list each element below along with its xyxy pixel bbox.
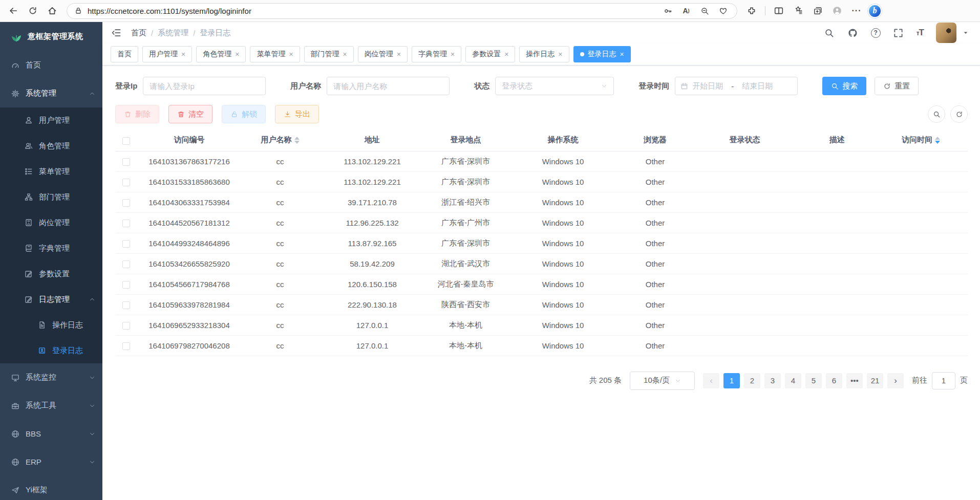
page-button-21[interactable]: 21 (867, 373, 883, 388)
login-ip-input[interactable] (143, 77, 266, 95)
sidebar-item-system-tools[interactable]: 系统工具 (0, 392, 102, 420)
clear-button[interactable]: 清空 (168, 105, 212, 123)
sidebar-item-erp[interactable]: ERP (0, 448, 102, 476)
tab-操作日志[interactable]: 操作日志× (519, 46, 569, 62)
close-tab-icon[interactable]: × (558, 51, 562, 58)
tab-角色管理[interactable]: 角色管理× (196, 46, 246, 62)
page-button-4[interactable]: 4 (785, 373, 801, 388)
table-row[interactable]: 1641044993248464896cc113.87.92.165广东省-深圳… (115, 233, 968, 253)
breadcrumb-home[interactable]: 首页 (131, 28, 146, 38)
help-icon[interactable]: ? (871, 28, 881, 38)
tab-首页[interactable]: 首页 (111, 46, 138, 62)
avatar-caret-icon[interactable] (963, 30, 969, 36)
sidebar-item-login-log[interactable]: 登录日志 (0, 338, 102, 363)
url-text[interactable]: https://ccnetcore.com:1101/system/log/lo… (88, 7, 656, 15)
home-icon[interactable] (44, 3, 60, 19)
tab-菜单管理[interactable]: 菜单管理× (250, 46, 300, 62)
close-tab-icon[interactable]: × (620, 51, 624, 58)
select-all-checkbox[interactable] (122, 137, 130, 145)
split-screen-icon[interactable] (771, 3, 787, 19)
export-button[interactable]: 导出 (275, 105, 319, 123)
row-checkbox[interactable] (122, 240, 130, 248)
close-tab-icon[interactable]: × (289, 51, 293, 58)
table-row[interactable]: 1641069652933218304cc127.0.0.1本地-本机Windo… (115, 315, 968, 335)
close-tab-icon[interactable]: × (397, 51, 401, 58)
tab-岗位管理[interactable]: 岗位管理× (358, 46, 408, 62)
sidebar-item-dict-management[interactable]: 字典管理 (0, 235, 102, 261)
row-checkbox[interactable] (122, 342, 130, 350)
page-button-3[interactable]: 3 (764, 373, 781, 388)
table-row[interactable]: 1641054566717984768cc120.6.150.158河北省-秦皇… (115, 274, 968, 294)
reset-button[interactable]: 重置 (875, 77, 919, 95)
sidebar-item-role-management[interactable]: 角色管理 (0, 133, 102, 159)
delete-button[interactable]: 删除 (115, 105, 159, 123)
search-button[interactable]: 搜索 (822, 77, 866, 95)
table-row[interactable]: 1641031533185863680cc113.102.129.221广东省-… (115, 171, 968, 192)
end-date-placeholder[interactable]: 结束日期 (742, 81, 773, 91)
sort-asc-caret[interactable] (294, 137, 300, 140)
collapse-sidebar-icon[interactable] (110, 26, 123, 39)
close-tab-icon[interactable]: × (343, 51, 347, 58)
close-tab-icon[interactable]: × (181, 51, 185, 58)
read-aloud-icon[interactable]: A) (679, 4, 693, 17)
date-range-picker[interactable]: 开始日期 - 结束日期 (675, 77, 798, 95)
row-checkbox[interactable] (122, 281, 130, 289)
back-icon[interactable] (5, 3, 22, 19)
sidebar-item-system-monitor[interactable]: 系统监控 (0, 363, 102, 392)
table-row[interactable]: 1641053426655825920cc58.19.42.209湖北省-武汉市… (115, 253, 968, 274)
more-pages-button[interactable]: ••• (846, 373, 863, 388)
page-size-select[interactable]: 10条/页 (630, 372, 695, 390)
sort-desc-caret[interactable] (294, 141, 300, 144)
column-header-用户名称[interactable]: 用户名称 (242, 129, 318, 151)
sidebar-item-dept-management[interactable]: 部门管理 (0, 184, 102, 210)
sidebar-item-log-management[interactable]: 日志管理 (0, 287, 102, 312)
profile-icon[interactable] (829, 3, 845, 19)
sort-asc-caret[interactable] (935, 137, 940, 140)
prev-page-button[interactable]: ‹ (703, 373, 719, 388)
sort-caret-icon[interactable] (294, 137, 300, 144)
sort-desc-caret[interactable] (935, 141, 940, 144)
status-select[interactable]: 登录状态 (495, 77, 614, 95)
password-key-icon[interactable] (661, 4, 674, 17)
next-page-button[interactable]: › (887, 373, 904, 388)
goto-page-input[interactable] (932, 372, 955, 389)
refresh-table-button[interactable] (950, 105, 968, 123)
start-date-placeholder[interactable]: 开始日期 (692, 81, 723, 91)
row-checkbox[interactable] (122, 199, 130, 207)
close-tab-icon[interactable]: × (235, 51, 239, 58)
sidebar-item-post-management[interactable]: 岗位管理 (0, 210, 102, 235)
breadcrumb-system[interactable]: 系统管理 (158, 28, 188, 38)
sort-caret-icon[interactable] (935, 137, 940, 144)
extensions-icon[interactable] (743, 3, 760, 19)
tab-参数设置[interactable]: 参数设置× (465, 46, 515, 62)
row-checkbox[interactable] (122, 322, 130, 330)
collections-icon[interactable] (809, 3, 826, 19)
page-button-5[interactable]: 5 (805, 373, 822, 388)
zoom-out-icon[interactable] (698, 4, 711, 17)
row-checkbox[interactable] (122, 260, 130, 268)
sidebar-item-yi-framework[interactable]: Yi框架 (0, 476, 102, 500)
page-button-1[interactable]: 1 (723, 373, 740, 388)
user-avatar[interactable] (936, 23, 956, 43)
search-icon[interactable] (824, 27, 835, 38)
table-row[interactable]: 1641059633978281984cc222.90.130.18陕西省-西安… (115, 294, 968, 315)
user-name-input[interactable] (327, 77, 450, 95)
sidebar-item-param-settings[interactable]: 参数设置 (0, 261, 102, 287)
row-checkbox[interactable] (122, 179, 130, 186)
table-row[interactable]: 1641044520567181312cc112.96.225.132广东省-广… (115, 212, 968, 233)
sidebar-item-bbs[interactable]: BBS (0, 420, 102, 448)
close-tab-icon[interactable]: × (451, 51, 455, 58)
tab-字典管理[interactable]: 字典管理× (412, 46, 461, 62)
sidebar-item-menu-management[interactable]: 菜单管理 (0, 159, 102, 184)
url-bar[interactable]: https://ccnetcore.com:1101/system/log/lo… (67, 3, 737, 19)
close-tab-icon[interactable]: × (504, 51, 508, 58)
table-row[interactable]: 1641069798270046208cc127.0.0.1本地-本机Windo… (115, 335, 968, 356)
unlock-button[interactable]: 解锁 (222, 105, 266, 123)
more-icon[interactable]: ··· (848, 3, 865, 19)
row-checkbox[interactable] (122, 301, 130, 309)
table-row[interactable]: 1641043063331753984cc39.171.210.78浙江省-绍兴… (115, 192, 968, 212)
row-checkbox[interactable] (122, 158, 130, 166)
row-checkbox[interactable] (122, 220, 130, 227)
page-button-2[interactable]: 2 (744, 373, 760, 388)
font-size-icon[interactable]: тT (917, 28, 924, 38)
